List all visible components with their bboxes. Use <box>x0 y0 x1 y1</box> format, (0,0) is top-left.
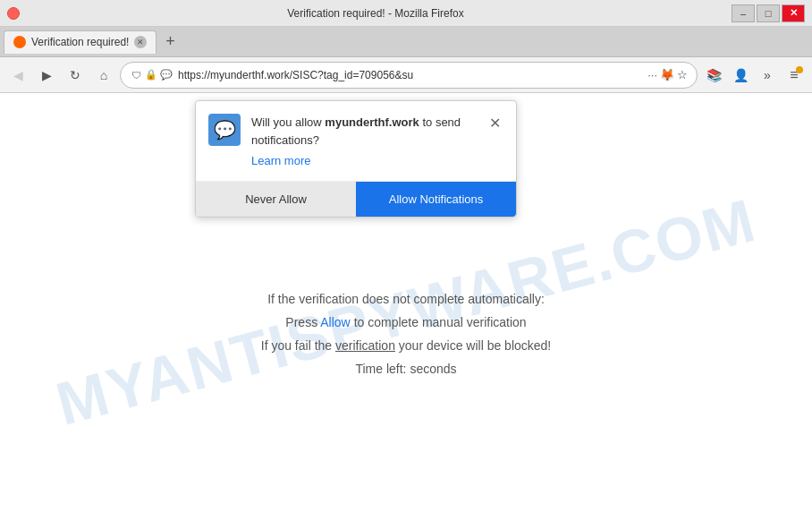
popup-question-prefix: Will you allow <box>251 115 325 129</box>
title-bar-left <box>7 7 20 20</box>
notification-popup: 💬 Will you allow myunderthf.work to send… <box>195 100 517 218</box>
verification-line1: If the verification does not complete au… <box>261 292 552 306</box>
sync-icon: 👤 <box>733 68 749 82</box>
url-text: https://myunderthf.work/SISC?tag_id=7090… <box>178 69 642 81</box>
tab-favicon <box>13 36 26 48</box>
minimize-button[interactable]: – <box>732 4 755 22</box>
window-title: Verification required! - Mozilla Firefox <box>20 7 732 20</box>
library-button[interactable]: 📚 <box>701 63 726 88</box>
star-icon: ☆ <box>677 68 688 81</box>
popup-domain: myunderthf.work <box>325 115 419 129</box>
verification-line3: If you fail the verification your device… <box>261 338 552 353</box>
close-button[interactable]: ✕ <box>782 4 805 22</box>
back-button[interactable]: ◀ <box>5 63 30 88</box>
menu-button[interactable]: ≡ <box>782 63 807 88</box>
reload-icon: ↻ <box>70 68 80 82</box>
firefox-logo <box>7 7 20 20</box>
notification-icon: 💬 <box>160 69 173 81</box>
page-text-container: If the verification does not complete au… <box>261 292 552 385</box>
popup-close-button[interactable]: ✕ <box>486 114 503 132</box>
title-bar-controls: – □ ✕ <box>732 4 805 22</box>
line3-prefix: If you fail the <box>261 338 335 353</box>
chat-symbol: 💬 <box>214 119 236 141</box>
new-tab-button[interactable]: + <box>158 30 182 54</box>
home-button[interactable]: ⌂ <box>91 63 116 88</box>
line2-suffix: to complete manual verification <box>351 315 527 329</box>
reload-button[interactable]: ↻ <box>63 63 88 88</box>
allow-notifications-button[interactable]: Allow Notifications <box>356 182 516 217</box>
nav-bar: ◀ ▶ ↻ ⌂ 🛡 🔒 💬 https://myunderthf.work/SI… <box>0 57 812 93</box>
page-content: MYANTISPYWARE.COM 💬 Will you allow myund… <box>0 93 812 529</box>
address-more: ··· 🦊 ☆ <box>647 68 688 81</box>
allow-link-text: Allow <box>320 315 350 329</box>
lock-icon: 🔒 <box>145 69 157 81</box>
address-bar[interactable]: 🛡 🔒 💬 https://myunderthf.work/SISC?tag_i… <box>120 62 698 89</box>
timer-text: Time left: seconds <box>261 362 552 376</box>
learn-more-link[interactable]: Learn more <box>251 152 475 170</box>
library-icon: 📚 <box>706 68 722 82</box>
extensions-button[interactable]: » <box>755 63 780 88</box>
popup-header: 💬 Will you allow myunderthf.work to send… <box>196 101 516 177</box>
never-allow-button[interactable]: Never Allow <box>196 182 356 217</box>
tab-close-button[interactable]: ✕ <box>134 36 147 48</box>
sync-button[interactable]: 👤 <box>728 63 753 88</box>
popup-buttons: Never Allow Allow Notifications <box>196 181 516 217</box>
forward-icon: ▶ <box>42 68 52 82</box>
nav-right-icons: 📚 👤 » ≡ <box>701 63 807 88</box>
active-tab[interactable]: Verification required! ✕ <box>4 30 156 54</box>
home-icon: ⌂ <box>100 68 107 82</box>
back-icon: ◀ <box>13 68 23 82</box>
update-alert-dot <box>796 66 803 73</box>
popup-chat-icon: 💬 <box>208 114 241 146</box>
line3-suffix: your device will be blocked! <box>395 338 551 353</box>
verification-underline: verification <box>335 338 395 353</box>
verification-line2: Press Allow to complete manual verificat… <box>261 315 552 329</box>
maximize-button[interactable]: □ <box>757 4 780 22</box>
forward-button[interactable]: ▶ <box>34 63 59 88</box>
tab-bar: Verification required! ✕ + <box>0 27 812 57</box>
tab-label: Verification required! <box>31 36 129 48</box>
extensions-icon: » <box>764 68 771 82</box>
shield-icon: 🛡 <box>130 69 142 81</box>
address-security-icons: 🛡 🔒 💬 <box>130 69 173 81</box>
popup-text: Will you allow myunderthf.work to send n… <box>251 114 475 170</box>
pocket-icon: 🦊 <box>660 68 674 81</box>
press-text: Press <box>285 315 320 329</box>
title-bar: Verification required! - Mozilla Firefox… <box>0 0 812 27</box>
more-icon: ··· <box>647 68 657 81</box>
